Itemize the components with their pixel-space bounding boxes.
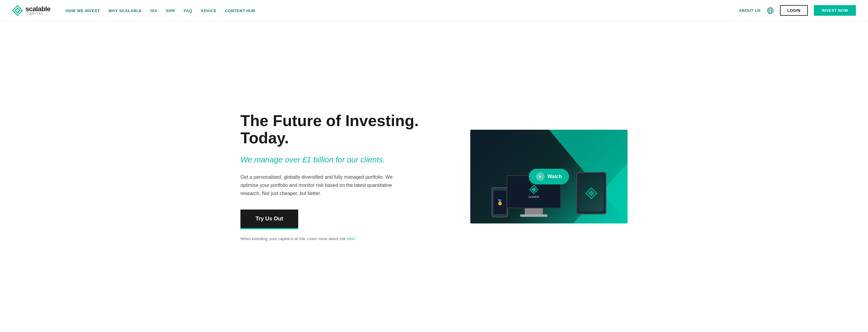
hero-section: The Future of Investing. Today. We manag… — [192, 21, 676, 332]
logo-icon — [12, 5, 23, 16]
logo-sub: .CAPITAL — [25, 12, 51, 15]
risk-text-before: When investing, your capital is at risk.… — [241, 236, 347, 241]
hero-image: 🏅 scalable — [470, 130, 627, 224]
monitor-logo: scalable — [528, 185, 539, 198]
nav-link-how-we-invest[interactable]: HOW WE INVEST — [66, 8, 100, 13]
about-us-link[interactable]: ABOUT US — [739, 8, 761, 13]
watch-play-icon — [536, 172, 545, 181]
nav-link-faq[interactable]: FAQ — [184, 8, 192, 13]
navbar-right: ABOUT US LOGIN INVEST NOW — [739, 5, 856, 16]
watch-video-button[interactable]: Watch — [529, 169, 569, 185]
nav-link-why-scalable[interactable]: WHY SCALABLE — [108, 8, 142, 13]
nav-item-advice[interactable]: ADVICE — [201, 8, 217, 13]
phone-screen: 🏅 — [494, 191, 506, 214]
nav-item-content-hub[interactable]: CONTENT HUB — [225, 8, 255, 13]
logo-name: scalable — [25, 6, 51, 12]
monitor-logo-icon — [529, 185, 538, 194]
nav-link-content-hub[interactable]: CONTENT HUB — [225, 8, 255, 13]
nav-link-advice[interactable]: ADVICE — [201, 8, 217, 13]
nav-item-why-scalable[interactable]: WHY SCALABLE — [108, 8, 142, 13]
nav-links: HOW WE INVEST WHY SCALABLE ISA SIPP FAQ … — [66, 8, 255, 13]
tablet-device — [576, 172, 607, 214]
risk-disclaimer: When investing, your capital is at risk.… — [241, 236, 428, 241]
hero-content: The Future of Investing. Today. We manag… — [241, 112, 428, 241]
nav-item-isa[interactable]: ISA — [150, 8, 157, 13]
nav-item-faq[interactable]: FAQ — [184, 8, 192, 13]
monitor-stand — [525, 208, 543, 214]
tablet-screen — [579, 175, 603, 211]
nav-item-sipp[interactable]: SIPP — [166, 8, 176, 13]
hero-image-bg: 🏅 scalable — [470, 130, 627, 224]
hero-description: Get a personalised, globally diversified… — [241, 173, 404, 198]
nav-link-sipp[interactable]: SIPP — [166, 8, 176, 13]
navbar-left: scalable .CAPITAL HOW WE INVEST WHY SCAL… — [12, 5, 255, 16]
nav-link-isa[interactable]: ISA — [150, 8, 157, 13]
svg-marker-11 — [588, 190, 595, 197]
play-triangle-icon — [538, 175, 542, 178]
monitor-base — [520, 214, 548, 217]
svg-marker-12 — [539, 175, 541, 178]
tablet-logo-icon — [585, 187, 597, 199]
risk-text-after: . — [354, 236, 356, 241]
invest-now-button[interactable]: INVEST NOW — [814, 5, 856, 16]
logo-text: scalable .CAPITAL — [25, 6, 51, 15]
navbar: scalable .CAPITAL HOW WE INVEST WHY SCAL… — [0, 0, 868, 21]
phone-badge-icon: 🏅 — [497, 199, 503, 206]
try-us-out-button[interactable]: Try Us Out — [241, 209, 298, 229]
nav-item-how-we-invest[interactable]: HOW WE INVEST — [66, 8, 100, 13]
risk-link[interactable]: here — [347, 236, 354, 241]
logo[interactable]: scalable .CAPITAL — [12, 5, 51, 16]
globe-icon[interactable] — [767, 7, 774, 14]
phone-device: 🏅 — [492, 187, 508, 218]
hero-title: The Future of Investing. Today. — [241, 112, 428, 147]
watch-label: Watch — [548, 174, 562, 179]
login-button[interactable]: LOGIN — [780, 5, 808, 16]
hero-subtitle: We manage over £1 billion for our client… — [241, 155, 428, 165]
